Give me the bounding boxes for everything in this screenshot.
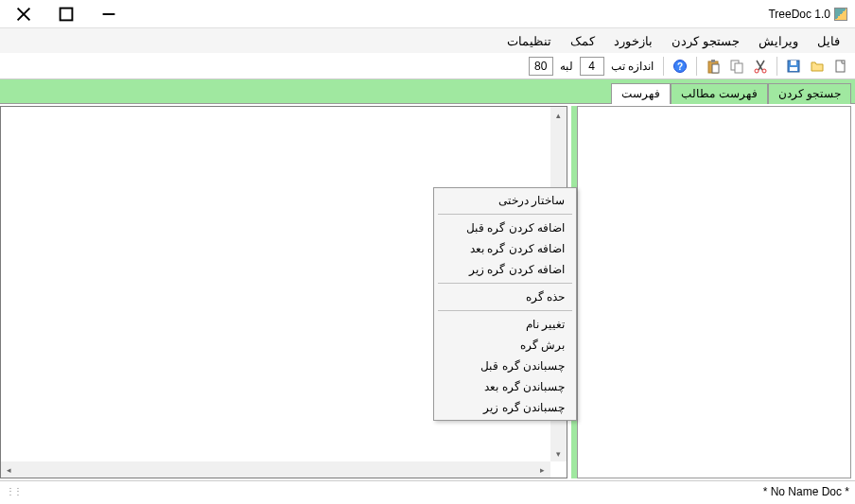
tab-toc[interactable]: فهرست مطالب <box>671 83 767 104</box>
toolbar-separator <box>696 57 697 76</box>
close-icon <box>16 7 31 22</box>
minimize-icon <box>101 7 116 22</box>
resize-grip-icon[interactable]: ⋮⋮ <box>6 486 21 496</box>
svg-rect-11 <box>712 64 719 73</box>
ctx-separator <box>438 310 572 311</box>
toolbar: ? اندازه تب لبه <box>0 53 855 79</box>
window-title-group: TreeDoc 1.0 <box>768 8 853 21</box>
svg-rect-1 <box>836 61 845 72</box>
maximize-icon <box>59 7 74 22</box>
copy-icon <box>729 59 744 74</box>
app-icon <box>834 8 847 21</box>
svg-text:?: ? <box>677 61 683 72</box>
menu-settings[interactable]: تنظیمات <box>497 30 561 52</box>
svg-rect-10 <box>711 60 715 62</box>
save-icon <box>786 59 801 74</box>
tab-index[interactable]: فهرست <box>611 83 671 104</box>
minimize-button[interactable] <box>87 1 130 27</box>
svg-rect-3 <box>791 61 796 65</box>
scroll-left-icon[interactable]: ◂ <box>1 461 17 478</box>
paste-button[interactable] <box>703 56 724 77</box>
ctx-tree-structure[interactable]: ساختار درختی <box>436 190 574 211</box>
menu-help[interactable]: کمک <box>561 30 604 52</box>
svg-rect-4 <box>790 67 797 71</box>
help-button[interactable]: ? <box>670 56 690 77</box>
svg-point-6 <box>762 69 766 73</box>
new-button[interactable] <box>830 56 851 77</box>
menu-search[interactable]: جستجو کردن <box>662 30 749 52</box>
margin-input[interactable] <box>529 57 553 76</box>
ctx-paste-after[interactable]: چسباندن گره بعد <box>436 376 574 397</box>
ctx-separator <box>438 214 572 215</box>
ctx-separator <box>438 283 572 284</box>
scroll-down-icon[interactable]: ▾ <box>550 445 567 461</box>
window-controls <box>2 1 130 27</box>
svg-rect-8 <box>735 63 742 73</box>
svg-point-5 <box>755 69 759 73</box>
open-button[interactable] <box>807 56 828 77</box>
ctx-add-below[interactable]: اضافه کردن گره زیر <box>436 259 574 280</box>
tab-search[interactable]: جستجو کردن <box>768 83 851 104</box>
toolbar-separator <box>663 57 664 76</box>
margin-label: لبه <box>556 60 577 73</box>
cut-icon <box>753 59 768 74</box>
new-icon <box>833 59 848 74</box>
ctx-rename[interactable]: تغییر نام <box>436 314 574 335</box>
paste-icon <box>706 59 721 74</box>
status-doc-name: * No Name Doc * <box>763 485 849 498</box>
open-icon <box>810 59 825 74</box>
tabsize-label: اندازه تب <box>607 60 657 73</box>
toolbar-separator <box>776 57 777 76</box>
menu-edit[interactable]: ویرایش <box>749 30 808 52</box>
ctx-delete[interactable]: حذه گره <box>436 287 574 307</box>
cut-button[interactable] <box>750 56 771 77</box>
menubar: فایل ویرایش جستجو کردن بازخورد کمک تنظیم… <box>0 28 855 53</box>
copy-button[interactable] <box>726 56 747 77</box>
ctx-cut[interactable]: برش گره <box>436 335 574 356</box>
help-icon: ? <box>672 59 688 74</box>
side-panel[interactable] <box>577 106 851 478</box>
ctx-paste-before[interactable]: چسباندن گره قبل <box>436 356 574 376</box>
horizontal-scrollbar[interactable]: ◂ ▸ <box>1 461 550 478</box>
svg-rect-0 <box>60 8 72 20</box>
window-title: TreeDoc 1.0 <box>768 8 830 21</box>
statusbar: ⋮⋮ * No Name Doc * <box>0 480 855 501</box>
workspace: ▴ ▾ ◂ ▸ <box>0 104 855 480</box>
close-button[interactable] <box>2 1 44 27</box>
context-menu: ساختار درختی اضافه کردن گره قبل اضافه کر… <box>433 187 577 421</box>
titlebar: TreeDoc 1.0 <box>0 0 855 28</box>
ctx-paste-below[interactable]: چسباندن گره زیر <box>436 397 574 418</box>
scroll-up-icon[interactable]: ▴ <box>550 107 567 123</box>
scroll-right-icon[interactable]: ▸ <box>534 461 550 478</box>
menu-feedback[interactable]: بازخورد <box>604 30 662 52</box>
tabstrip: جستجو کردن فهرست مطالب فهرست <box>0 79 855 104</box>
tabsize-input[interactable] <box>580 57 604 76</box>
maximize-button[interactable] <box>44 1 87 27</box>
ctx-add-after[interactable]: اضافه کردن گره بعد <box>436 238 574 259</box>
menu-file[interactable]: فایل <box>808 30 849 52</box>
save-button[interactable] <box>783 56 804 77</box>
ctx-add-before[interactable]: اضافه کردن گره قبل <box>436 217 574 238</box>
